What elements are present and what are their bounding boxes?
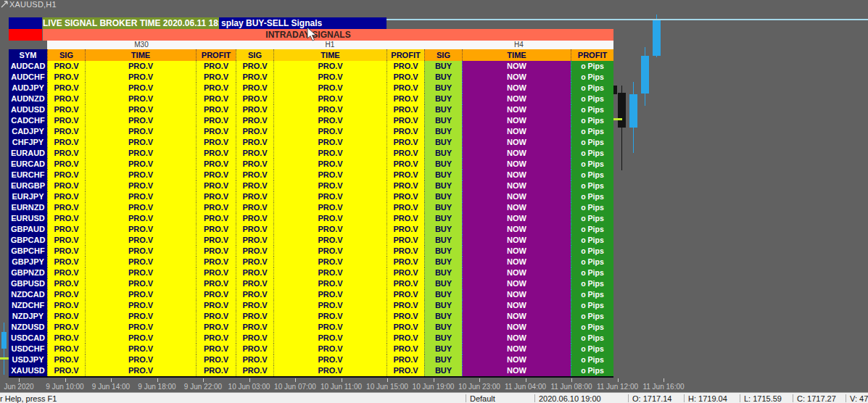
table-row: GBPCHFPRO.VPRO.VPRO.VPRO.VPRO.VPRO.VBUYN… [9,246,613,257]
sig-cell: PRO.V [236,344,273,354]
profit-cell: o Pips [571,61,613,72]
profit-cell: o Pips [571,224,613,235]
sig-cell: BUY [424,311,462,322]
table-row: EURAUDPRO.VPRO.VPRO.VPRO.VPRO.VPRO.VBUYN… [9,148,613,159]
symbol-cell: USDCHF [9,344,47,354]
sig-cell: BUY [424,61,462,72]
live-broker-time-label: LIVE SIGNAL BROKER TIME 2020.06.11 18:51 [43,18,231,28]
profit-cell: PRO.V [196,170,236,180]
profit-cell: PRO.V [387,148,424,159]
symbol-cell: GBPCAD [9,235,47,246]
display-buy-sell-signals-button[interactable]: splay BUY-SELL Signals [219,17,387,29]
sig-cell: PRO.V [47,354,85,365]
sig-cell: PRO.V [47,104,85,115]
time-cell: PRO.V [85,235,196,246]
status-separator [846,394,846,402]
profit-header: PROFIT [196,49,236,61]
symbol-cell: AUDNZD [9,94,47,104]
time-cell: PRO.V [273,94,387,104]
sig-cell: BUY [424,191,462,202]
time-cell: NOW [462,235,571,246]
time-axis-tick [65,378,66,382]
symbol-cell: EURGBP [9,180,47,191]
symbol-cell: CHFJPY [9,137,47,148]
time-cell: NOW [462,137,571,148]
time-cell: PRO.V [273,344,387,354]
profit-cell: PRO.V [387,180,424,191]
profit-cell: PRO.V [387,83,424,94]
symbol-cell: CADJPY [9,126,47,137]
sig-cell: PRO.V [236,104,273,115]
status-bar: or Help, press F1 Default2020.06.10 19:0… [0,392,868,403]
time-cell: PRO.V [273,311,387,322]
help-text: or Help, press F1 [0,394,57,403]
intraday-signals-banner: INTRADAY SIGNALS [43,29,613,41]
table-row: AUDCHFPRO.VPRO.VPRO.VPRO.VPRO.VPRO.VBUYN… [9,72,613,83]
sig-cell: PRO.V [47,94,85,104]
time-cell: NOW [462,159,571,170]
table-row: XAUUSDPRO.VPRO.VPRO.VPRO.VPRO.VPRO.VBUYN… [9,365,613,376]
time-cell: NOW [462,333,571,344]
profit-cell: o Pips [571,180,613,191]
time-cell: PRO.V [273,159,387,170]
symbol-cell: AUDJPY [9,83,47,94]
sig-cell: BUY [424,300,462,311]
time-cell: NOW [462,170,571,180]
profit-cell: PRO.V [196,322,236,333]
sig-cell: PRO.V [47,137,85,148]
time-cell: PRO.V [85,300,196,311]
sig-cell: BUY [424,344,462,354]
time-cell: PRO.V [273,333,387,344]
table-row: EURNZDPRO.VPRO.VPRO.VPRO.VPRO.VPRO.VBUYN… [9,202,613,213]
profit-cell: o Pips [571,104,613,115]
time-cell: PRO.V [85,333,196,344]
profit-cell: PRO.V [387,202,424,213]
profit-cell: o Pips [571,191,613,202]
profit-cell: PRO.V [196,202,236,213]
profit-cell: o Pips [571,289,613,300]
time-header: TIME [273,49,387,61]
status-item: O: 1717.14 [632,394,671,403]
time-cell: PRO.V [273,365,387,376]
sig-cell: BUY [424,148,462,159]
time-cell: PRO.V [273,202,387,213]
profit-cell: PRO.V [196,191,236,202]
symbol-cell: GBPJPY [9,257,47,267]
sig-cell: PRO.V [47,365,85,376]
time-cell: PRO.V [85,94,196,104]
sig-cell: BUY [424,322,462,333]
time-cell: PRO.V [85,213,196,224]
sig-cell: BUY [424,333,462,344]
sig-cell: PRO.V [236,159,273,170]
profit-cell: PRO.V [387,72,424,83]
symbol-cell: USDJPY [9,354,47,365]
time-cell: PRO.V [85,246,196,257]
profit-cell: PRO.V [387,278,424,289]
symbol-cell: EURUSD [9,213,47,224]
sig-cell: PRO.V [47,213,85,224]
time-axis-tick [19,378,20,382]
table-row: EURUSDPRO.VPRO.VPRO.VPRO.VPRO.VPRO.VBUYN… [9,213,613,224]
time-axis-tick [618,378,619,382]
time-cell: NOW [462,202,571,213]
time-cell: PRO.V [273,213,387,224]
time-cell: PRO.V [273,246,387,257]
profit-cell: PRO.V [387,94,424,104]
time-cell: PRO.V [85,104,196,115]
sig-cell: BUY [424,126,462,137]
profit-cell: PRO.V [196,278,236,289]
time-cell: PRO.V [273,322,387,333]
profit-cell: PRO.V [387,170,424,180]
time-cell: PRO.V [85,257,196,267]
table-row: AUDUSDPRO.VPRO.VPRO.VPRO.VPRO.VPRO.VBUYN… [9,104,613,115]
time-axis-label: 11 Jun 16:00 [633,383,694,391]
sig-cell: PRO.V [236,322,273,333]
signal-status-chip[interactable] [9,17,42,29]
profit-cell: PRO.V [387,267,424,278]
time-cell: PRO.V [85,126,196,137]
profit-header: PROFIT [387,49,424,61]
sig-cell: PRO.V [47,148,85,159]
alert-chip[interactable] [9,29,42,41]
time-cell: NOW [462,289,571,300]
table-row: GBPJPYPRO.VPRO.VPRO.VPRO.VPRO.VPRO.VBUYN… [9,257,613,267]
